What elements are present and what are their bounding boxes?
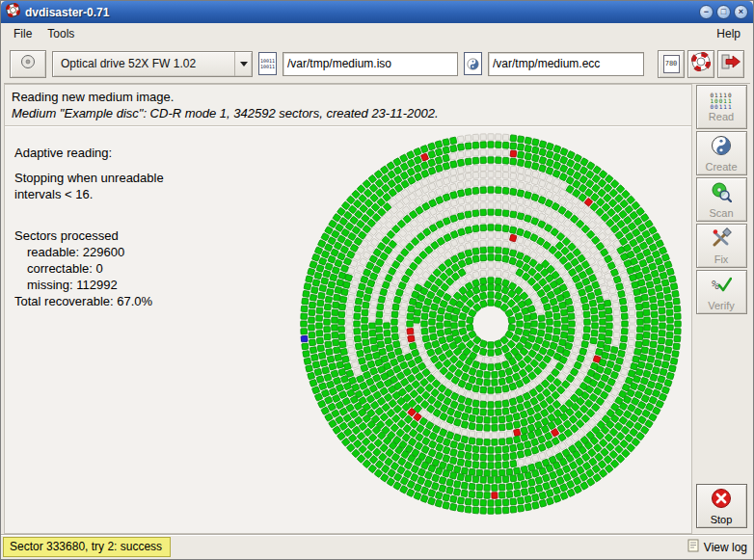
help-button[interactable]	[687, 50, 714, 78]
scan-button[interactable]: Scan	[696, 177, 747, 222]
reading-info-text: Adaptive reading: Stopping when unreadab…	[14, 145, 164, 309]
main-panel: Reading new medium image. Medium "Exampl…	[4, 84, 692, 534]
view-log-label: View log	[704, 541, 747, 554]
ecc-path-input[interactable]	[488, 52, 644, 76]
stop-button[interactable]: Stop	[696, 484, 747, 528]
tools-icon	[711, 227, 732, 253]
yin-yang-icon	[711, 135, 732, 160]
titlebar[interactable]: dvdisaster-0.71 − □ ×	[1, 1, 753, 23]
status-line-1: Reading new medium image.	[12, 89, 685, 105]
lifebuoy-icon	[691, 52, 711, 75]
combo-dropdown-button[interactable]	[234, 52, 252, 76]
status-message-area: Reading new medium image. Medium "Exampl…	[5, 85, 691, 125]
chevron-down-icon	[240, 62, 248, 67]
stopping-line-1: Stopping when unreadable	[14, 170, 164, 186]
fix-button[interactable]: Fix	[696, 224, 747, 268]
preferences-icon: 780	[663, 55, 680, 73]
preferences-button[interactable]: 780	[658, 50, 685, 78]
iso-path-input[interactable]	[283, 52, 458, 76]
reading-canvas: Adaptive reading: Stopping when unreadab…	[5, 127, 691, 533]
maximize-button[interactable]: □	[716, 5, 731, 19]
window-title: dvdisaster-0.71	[25, 6, 109, 19]
create-button[interactable]: Create	[696, 131, 747, 175]
app-icon	[6, 3, 20, 21]
minimize-button[interactable]: −	[699, 5, 714, 19]
sectors-missing: missing: 112992	[14, 277, 164, 293]
app-window: dvdisaster-0.71 − □ × File Tools Help Op…	[0, 0, 754, 560]
checkmark-percent-icon: %	[711, 274, 732, 299]
stop-icon	[711, 488, 732, 513]
toolbar: Optical drive 52X FW 1.02 10011 10011 78…	[4, 44, 750, 84]
total-recoverable: Total recoverable: 67.0%	[14, 293, 164, 309]
menubar: File Tools Help	[4, 23, 750, 44]
stopping-line-2: intervals < 16.	[14, 186, 164, 202]
sector-status-message: Sector 333680, try 2: success	[3, 537, 171, 557]
read-icon: 01110 10011 00111	[710, 93, 732, 110]
action-sidebar: 01110 10011 00111 Read Create	[692, 84, 750, 534]
menu-file[interactable]: File	[6, 25, 40, 42]
disc-spiral-visualization	[294, 127, 687, 520]
verify-button[interactable]: % Verify	[696, 270, 747, 314]
statusbar: Sector 333680, try 2: success View log	[1, 534, 753, 559]
sectors-readable: readable: 229600	[14, 244, 164, 260]
view-log-button[interactable]: View log	[687, 539, 749, 555]
drive-select-button[interactable]	[10, 50, 46, 78]
ecc-file-icon	[464, 52, 482, 75]
sectors-correctable: correctable: 0	[14, 260, 164, 277]
close-button[interactable]: ×	[734, 5, 748, 19]
status-line-2: Medium "Example disc": CD-R mode 1, 3425…	[12, 105, 685, 121]
read-button[interactable]: 01110 10011 00111 Read	[696, 85, 747, 129]
drive-combobox-value: Optical drive 52X FW 1.02	[53, 57, 234, 70]
image-file-icon: 10011 10011	[258, 52, 277, 75]
menu-tools[interactable]: Tools	[40, 25, 82, 42]
quit-button[interactable]	[717, 50, 744, 78]
exit-arrow-icon	[721, 53, 741, 74]
magnifier-disc-icon	[711, 181, 732, 206]
disc-drive-icon	[18, 54, 38, 73]
sectors-heading: Sectors processed	[14, 227, 164, 244]
menu-help[interactable]: Help	[709, 25, 748, 42]
log-icon	[687, 539, 700, 555]
drive-combobox[interactable]: Optical drive 52X FW 1.02	[52, 51, 253, 77]
adaptive-reading-heading: Adaptive reading:	[14, 145, 164, 161]
